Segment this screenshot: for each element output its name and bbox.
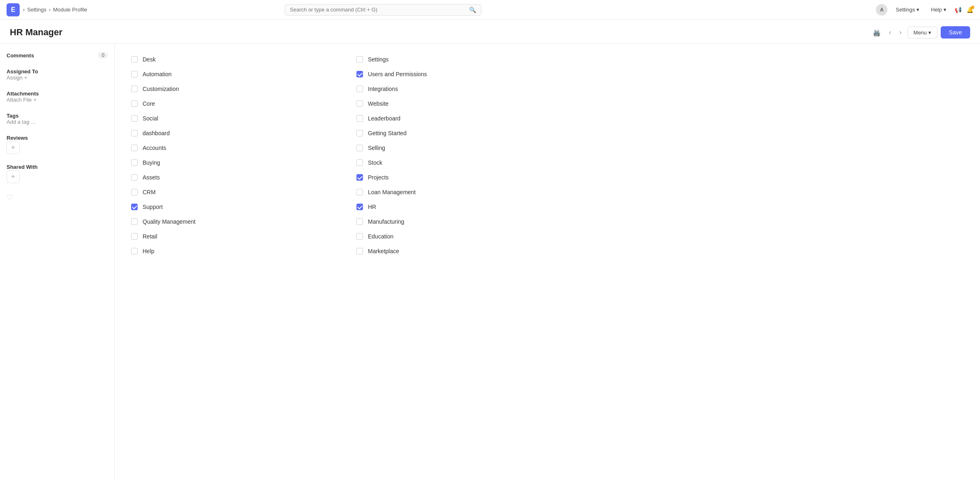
settings-nav-button[interactable]: Settings ▾ — [892, 5, 923, 14]
module-checkbox-core[interactable] — [131, 100, 138, 107]
breadcrumb: › Settings › Module Profile — [23, 7, 87, 13]
module-checkbox-settings[interactable] — [356, 56, 363, 63]
notification-icon[interactable]: 🔔 — [966, 7, 973, 13]
module-item-dashboard[interactable]: dashboard — [128, 126, 353, 141]
module-item-marketplace[interactable]: Marketplace — [353, 244, 578, 259]
modules-grid: DeskAutomationCustomizationCoreSocialdas… — [128, 52, 578, 259]
module-item-loan-management[interactable]: Loan Management — [353, 185, 578, 200]
module-label-core: Core — [143, 100, 155, 107]
module-label-website: Website — [368, 100, 388, 107]
module-item-integrations[interactable]: Integrations — [353, 82, 578, 96]
announcement-icon[interactable]: 📢 — [955, 7, 962, 13]
app-icon[interactable]: E — [7, 3, 20, 16]
module-item-users-permissions[interactable]: Users and Permissions — [353, 67, 578, 82]
module-label-integrations: Integrations — [368, 86, 398, 92]
module-checkbox-website[interactable] — [356, 100, 363, 107]
prev-button[interactable]: ‹ — [887, 27, 894, 38]
module-label-customization: Customization — [143, 86, 179, 92]
module-checkbox-customization[interactable] — [131, 86, 138, 92]
module-item-getting-started[interactable]: Getting Started — [353, 126, 578, 141]
module-item-education[interactable]: Education — [353, 229, 578, 244]
module-item-desk[interactable]: Desk — [128, 52, 353, 67]
module-item-settings[interactable]: Settings — [353, 52, 578, 67]
notification-dot — [971, 6, 974, 9]
module-checkbox-projects[interactable] — [356, 174, 363, 181]
module-checkbox-hr[interactable] — [356, 204, 363, 210]
reviews-label: Reviews — [7, 135, 108, 141]
module-label-stock: Stock — [368, 159, 382, 166]
save-button[interactable]: Save — [941, 26, 970, 39]
search-input[interactable] — [290, 7, 469, 13]
module-item-stock[interactable]: Stock — [353, 155, 578, 170]
module-checkbox-loan-management[interactable] — [356, 189, 363, 195]
module-checkbox-dashboard[interactable] — [131, 130, 138, 136]
next-button[interactable]: › — [897, 27, 904, 38]
module-item-quality-management[interactable]: Quality Management — [128, 214, 353, 229]
main-layout: Comments 0 Assigned To Assign + Attachme… — [0, 44, 980, 481]
module-checkbox-social[interactable] — [131, 115, 138, 122]
module-checkbox-buying[interactable] — [131, 159, 138, 166]
module-checkbox-desk[interactable] — [131, 56, 138, 63]
module-item-help[interactable]: Help — [128, 244, 353, 259]
module-item-automation[interactable]: Automation — [128, 67, 353, 82]
module-item-selling[interactable]: Selling — [353, 141, 578, 155]
module-item-projects[interactable]: Projects — [353, 170, 578, 185]
add-shared-button[interactable]: + — [7, 170, 20, 183]
add-review-button[interactable]: + — [7, 141, 20, 154]
module-item-website[interactable]: Website — [353, 96, 578, 111]
module-item-core[interactable]: Core — [128, 96, 353, 111]
attachments-label: Attachments — [7, 91, 108, 97]
module-checkbox-users-permissions[interactable] — [356, 71, 363, 77]
module-label-projects: Projects — [368, 174, 389, 181]
help-nav-button[interactable]: Help ▾ — [928, 5, 950, 14]
module-checkbox-leaderboard[interactable] — [356, 115, 363, 122]
tags-label: Tags — [7, 113, 108, 119]
nav-right: A Settings ▾ Help ▾ 📢 🔔 — [876, 4, 973, 16]
sidebar: Comments 0 Assigned To Assign + Attachme… — [0, 44, 115, 481]
module-checkbox-integrations[interactable] — [356, 86, 363, 92]
module-checkbox-accounts[interactable] — [131, 145, 138, 151]
module-item-crm[interactable]: CRM — [128, 185, 353, 200]
assign-action[interactable]: Assign + — [7, 75, 108, 81]
module-item-accounts[interactable]: Accounts — [128, 141, 353, 155]
breadcrumb-module-profile: Module Profile — [53, 7, 87, 13]
module-item-hr[interactable]: HR — [353, 200, 578, 214]
module-checkbox-getting-started[interactable] — [356, 130, 363, 136]
search-icon: 🔍 — [469, 7, 476, 13]
search-bar: 🔍 — [285, 4, 481, 16]
module-checkbox-manufacturing[interactable] — [356, 218, 363, 225]
heart-icon[interactable]: ♡ — [7, 193, 108, 202]
module-item-manufacturing[interactable]: Manufacturing — [353, 214, 578, 229]
attach-file-action[interactable]: Attach File + — [7, 97, 108, 103]
module-item-assets[interactable]: Assets — [128, 170, 353, 185]
module-checkbox-quality-management[interactable] — [131, 218, 138, 225]
module-item-buying[interactable]: Buying — [128, 155, 353, 170]
avatar[interactable]: A — [876, 4, 887, 16]
module-item-leaderboard[interactable]: Leaderboard — [353, 111, 578, 126]
module-checkbox-stock[interactable] — [356, 159, 363, 166]
module-item-retail[interactable]: Retail — [128, 229, 353, 244]
module-checkbox-selling[interactable] — [356, 145, 363, 151]
module-item-customization[interactable]: Customization — [128, 82, 353, 96]
module-checkbox-automation[interactable] — [131, 71, 138, 77]
attachments-section: Attachments Attach File + — [7, 91, 108, 103]
module-checkbox-crm[interactable] — [131, 189, 138, 195]
print-button[interactable]: 🖨️ — [870, 27, 883, 38]
add-tag-action[interactable]: Add a tag ... — [7, 119, 108, 125]
module-checkbox-assets[interactable] — [131, 174, 138, 181]
module-label-accounts: Accounts — [143, 145, 166, 151]
module-checkbox-education[interactable] — [356, 233, 363, 240]
module-checkbox-support[interactable] — [131, 204, 138, 210]
help-chevron-icon: ▾ — [944, 7, 946, 13]
module-checkbox-marketplace[interactable] — [356, 248, 363, 254]
module-item-support[interactable]: Support — [128, 200, 353, 214]
module-checkbox-retail[interactable] — [131, 233, 138, 240]
assigned-to-section: Assigned To Assign + — [7, 68, 108, 81]
module-label-help: Help — [143, 248, 154, 254]
menu-button[interactable]: Menu ▾ — [907, 27, 938, 39]
menu-chevron-icon: ▾ — [928, 29, 931, 36]
module-checkbox-help[interactable] — [131, 248, 138, 254]
module-label-settings: Settings — [368, 56, 389, 63]
module-item-social[interactable]: Social — [128, 111, 353, 126]
breadcrumb-settings[interactable]: Settings — [27, 7, 46, 13]
